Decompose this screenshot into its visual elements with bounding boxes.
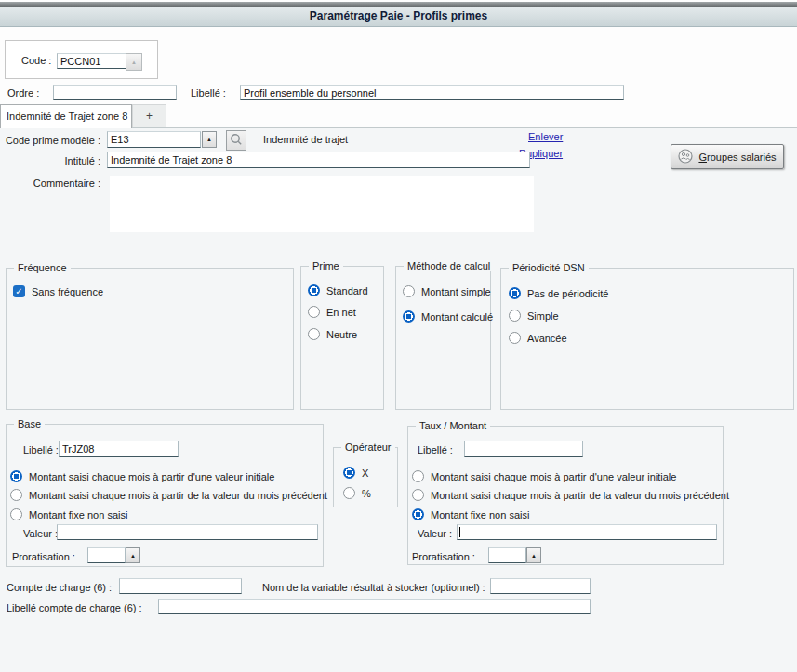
groupes-salaries-button[interactable]: Groupes salariés xyxy=(671,144,784,169)
intitule-input[interactable] xyxy=(107,152,530,168)
base-proratisation-spinner-up[interactable]: ▲ xyxy=(126,547,140,563)
radio-option-x[interactable]: X xyxy=(343,467,368,479)
page-title: Paramétrage Paie - Profils primes xyxy=(0,7,797,27)
radio-label: Montant saisi chaque mois à partir d'une… xyxy=(431,471,676,482)
taux-proratisation-label: Proratisation : xyxy=(412,551,475,562)
libelle-compte-charge-input[interactable] xyxy=(158,599,591,614)
radio-selected[interactable] xyxy=(509,287,521,299)
base-proratisation-label: Proratisation : xyxy=(12,551,75,562)
taux-libelle-label: Libellé : xyxy=(418,444,453,455)
radio-label: Pas de périodicité xyxy=(527,288,608,299)
sans-frequence-option[interactable]: ✓ Sans fréquence xyxy=(13,285,103,297)
base-libelle-label: Libellé : xyxy=(23,444,59,455)
prime-group: Prime Standard En net Neutre xyxy=(300,266,384,410)
radio-label: X xyxy=(362,468,368,479)
radio-option-simple[interactable]: Simple xyxy=(509,310,559,322)
spinner-up-icon: ▲ xyxy=(206,137,212,142)
code-input[interactable] xyxy=(57,53,126,69)
libelle-input[interactable] xyxy=(240,85,624,100)
libelle-label: Libellé : xyxy=(191,87,226,99)
code-spinner-up[interactable]: ▲ xyxy=(126,53,142,71)
groupes-salaries-label: Groupes salariés xyxy=(698,152,776,163)
methode-calcul-group: Méthode de calcul Montant simple Montant… xyxy=(395,266,491,410)
radio-selected[interactable] xyxy=(412,508,424,520)
radio-option-montant-calcule[interactable]: Montant calculé xyxy=(403,310,493,323)
radio-label: % xyxy=(362,488,371,499)
tab-indemnite-trajet-zone-8[interactable]: Indemnité de Trajet zone 8 xyxy=(0,104,132,128)
radio-option-en-net[interactable]: En net xyxy=(308,306,356,318)
group-icon xyxy=(678,149,693,165)
spinner-up-icon: ▲ xyxy=(130,553,136,559)
radio-label: Montant saisi chaque mois à partir de la… xyxy=(29,490,327,501)
frequence-group-title: Fréquence xyxy=(14,262,71,273)
base-radio-valeur-initiale[interactable]: Montant saisi chaque mois à partir d'une… xyxy=(10,470,274,482)
taux-group-title: Taux / Montant xyxy=(416,420,490,431)
base-valeur-input[interactable] xyxy=(57,524,318,540)
checkbox-checked[interactable]: ✓ xyxy=(13,285,25,297)
prime-model-spinner-up[interactable]: ▲ xyxy=(202,131,217,148)
taux-libelle-input[interactable] xyxy=(464,441,583,457)
radio-label: Simple xyxy=(527,310,559,322)
taux-radio-valeur-initiale[interactable]: Montant saisi chaque mois à partir d'une… xyxy=(412,470,676,482)
radio-option-neutre[interactable]: Neutre xyxy=(308,328,357,340)
spinner-up-icon: ▲ xyxy=(531,553,537,559)
commentaire-label: Commentaire : xyxy=(22,178,100,189)
sans-frequence-label: Sans fréquence xyxy=(32,286,103,297)
radio-selected[interactable] xyxy=(403,310,415,323)
code-groupbox: Code : ▲ xyxy=(5,40,158,79)
commentaire-textarea[interactable] xyxy=(110,176,534,232)
radio-selected[interactable] xyxy=(308,284,320,296)
operateur-group-title: Opérateur xyxy=(341,441,395,453)
base-proratisation-input[interactable] xyxy=(87,547,126,563)
taux-proratisation-spinner-up[interactable]: ▲ xyxy=(526,547,541,563)
taux-radio-mois-precedent[interactable]: Montant saisi chaque mois à partir de la… xyxy=(412,489,729,501)
radio-option-percent[interactable]: % xyxy=(343,487,371,499)
libelle-compte-charge-label: Libellé compte de charge (6) : xyxy=(7,602,142,613)
periodicite-dsn-group: Périodicité DSN Pas de périodicité Simpl… xyxy=(500,268,794,410)
radio-unselected[interactable] xyxy=(509,332,521,344)
variable-resultat-input[interactable] xyxy=(490,578,591,594)
radio-unselected[interactable] xyxy=(412,489,424,501)
ordre-input[interactable] xyxy=(53,85,177,100)
radio-unselected[interactable] xyxy=(10,508,22,520)
taux-radio-fixe-non-saisi[interactable]: Montant fixe non saisi xyxy=(412,508,529,520)
base-radio-mois-precedent[interactable]: Montant saisi chaque mois à partir de la… xyxy=(10,489,327,501)
radio-unselected[interactable] xyxy=(10,489,22,501)
radio-unselected[interactable] xyxy=(308,328,320,340)
radio-option-montant-simple[interactable]: Montant simple xyxy=(403,285,491,297)
radio-option-avancee[interactable]: Avancée xyxy=(509,332,567,344)
radio-label: Neutre xyxy=(326,329,357,340)
prime-group-title: Prime xyxy=(309,260,343,271)
prime-model-input[interactable] xyxy=(107,131,201,148)
base-libelle-input[interactable] xyxy=(59,441,179,457)
intitule-label: Intitulé : xyxy=(25,155,100,166)
radio-option-standard[interactable]: Standard xyxy=(308,284,368,296)
taux-valeur-label: Valeur : xyxy=(418,528,452,539)
prime-model-search-button[interactable] xyxy=(226,130,246,151)
radio-unselected[interactable] xyxy=(403,285,415,297)
radio-option-pas-de-periodicite[interactable]: Pas de périodicité xyxy=(509,287,608,299)
radio-unselected[interactable] xyxy=(509,310,521,322)
tab-add[interactable]: + xyxy=(132,104,166,127)
taux-valeur-input[interactable] xyxy=(457,524,717,540)
radio-unselected[interactable] xyxy=(412,470,424,482)
radio-selected[interactable] xyxy=(10,470,22,482)
radio-label: En net xyxy=(326,307,356,318)
check-icon: ✓ xyxy=(15,286,22,296)
radio-label: Standard xyxy=(326,285,368,296)
compte-charge-label: Compte de charge (6) : xyxy=(7,582,112,593)
radio-label: Montant saisi chaque mois à partir d'une… xyxy=(29,471,274,482)
periodicite-group-title: Périodicité DSN xyxy=(509,262,589,273)
radio-unselected[interactable] xyxy=(343,487,355,499)
methode-group-title: Méthode de calcul xyxy=(404,260,494,271)
remove-link[interactable]: Enlever xyxy=(528,131,563,142)
base-group: Base Libellé : Montant saisi chaque mois… xyxy=(6,424,324,567)
taux-proratisation-input[interactable] xyxy=(488,547,526,563)
compte-charge-input[interactable] xyxy=(119,578,242,594)
radio-selected[interactable] xyxy=(343,467,355,479)
radio-label: Montant calculé xyxy=(421,311,493,323)
base-radio-fixe-non-saisi[interactable]: Montant fixe non saisi xyxy=(10,508,127,520)
radio-unselected[interactable] xyxy=(308,306,320,318)
base-valeur-label: Valeur : xyxy=(23,528,58,539)
base-group-title: Base xyxy=(14,418,45,429)
